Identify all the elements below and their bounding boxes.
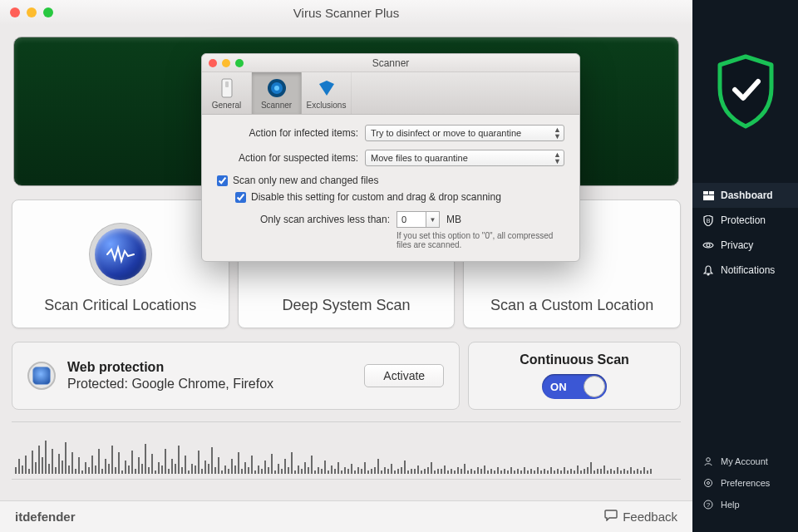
wave-bar [204, 461, 206, 474]
wave-bar [161, 466, 163, 474]
wave-bar [377, 459, 379, 474]
wave-bar [291, 452, 293, 474]
feedback-label: Feedback [623, 510, 677, 524]
svg-point-4 [274, 86, 279, 91]
tab-exclusions[interactable]: Exclusions [302, 72, 352, 114]
wave-bar [341, 470, 342, 474]
wave-bar [454, 470, 456, 474]
wave-bar [151, 454, 153, 474]
tab-general[interactable]: General [202, 72, 252, 114]
wave-bar [158, 462, 160, 474]
brand-text: itdefender [15, 510, 76, 524]
toggle-state-label: ON [550, 381, 567, 393]
wave-bar [477, 467, 479, 474]
wave-bar [65, 442, 66, 474]
wave-bar [115, 467, 116, 474]
wave-bar [607, 470, 608, 474]
sidebar-item-preferences[interactable]: Preferences [692, 472, 798, 494]
wave-bar [171, 459, 173, 474]
protection-icon: B [702, 215, 714, 226]
wave-bar [218, 457, 219, 474]
svg-point-11 [705, 480, 712, 487]
sidebar-item-dashboard[interactable]: Dashboard [692, 183, 798, 208]
wave-bar [441, 469, 442, 474]
wave-bar [577, 466, 579, 474]
scan-critical-button[interactable]: Scan Critical Locations [12, 200, 229, 328]
wave-bar [198, 451, 200, 474]
select-arrows-icon: ▲▼ [554, 151, 561, 165]
wave-bar [504, 469, 505, 474]
wave-bar [464, 464, 466, 474]
wave-bar [91, 456, 93, 474]
stepper-arrow-icon[interactable]: ▼ [426, 212, 439, 227]
wave-bar [28, 469, 30, 474]
wave-bar [244, 462, 246, 474]
archive-limit-value: 0 [401, 214, 406, 224]
wave-bar [633, 470, 635, 474]
wave-bar [78, 457, 80, 474]
wave-bar [88, 467, 90, 474]
infected-action-label: Action for infected items: [217, 127, 358, 139]
wave-bar [334, 469, 336, 474]
wave-bar [304, 462, 306, 474]
dialog-body: Action for infected items: Try to disinf… [202, 115, 579, 261]
disable-custom-checkbox[interactable]: Disable this setting for custom and drag… [235, 191, 564, 203]
wave-bar [344, 467, 346, 474]
wave-bar [234, 466, 236, 474]
wave-bar [510, 467, 512, 474]
wave-bar [524, 467, 525, 474]
tab-scanner[interactable]: Scanner [252, 72, 302, 114]
wave-bar [324, 461, 326, 474]
wave-bar [125, 461, 126, 474]
infected-action-select[interactable]: Try to disinfect or move to quarantine ▲… [365, 125, 564, 141]
scan-new-changed-checkbox[interactable]: Scan only new and changed files [217, 175, 564, 186]
sidebar-item-notifications[interactable]: Notifications [692, 258, 798, 283]
wave-bar [447, 470, 449, 474]
continuous-scan-toggle[interactable]: ON [542, 374, 607, 399]
wave-bar [121, 470, 123, 474]
wave-bar [414, 469, 416, 474]
sidebar-item-privacy[interactable]: Privacy [692, 233, 798, 258]
wave-bar [630, 467, 632, 474]
continuous-scan-title: Continuous Scan [520, 352, 629, 367]
svg-rect-6 [709, 191, 714, 195]
wave-bar [517, 469, 519, 474]
scan-new-changed-input[interactable] [217, 175, 228, 186]
wave-bar [145, 444, 146, 474]
suspected-action-value: Move files to quarantine [371, 153, 468, 163]
sidebar-item-label: Privacy [721, 239, 753, 251]
activity-graph [12, 421, 681, 480]
wave-bar [431, 462, 432, 474]
wave-bar [354, 470, 356, 474]
web-protection-title: Web protection [67, 360, 364, 375]
wave-bar [367, 470, 369, 474]
suspected-action-select[interactable]: Move files to quarantine ▲▼ [365, 150, 564, 166]
sidebar-item-protection[interactable]: B Protection [692, 208, 798, 233]
sidebar-item-account[interactable]: My Account [692, 451, 798, 472]
wave-bar [55, 467, 57, 474]
archive-limit-input[interactable]: 0 ▼ [397, 211, 440, 228]
activate-button[interactable]: Activate [364, 364, 444, 387]
wave-bar [224, 466, 226, 474]
panel-row: Web protection Protected: Google Chrome,… [12, 342, 681, 410]
wave-bar [534, 470, 535, 474]
wave-bar [85, 462, 86, 474]
wave-bar [22, 466, 23, 474]
feedback-button[interactable]: Feedback [604, 510, 677, 524]
wave-bar [298, 466, 299, 474]
dashboard-icon [702, 191, 714, 200]
wave-bar [168, 469, 170, 474]
svg-rect-1 [225, 81, 229, 87]
wave-bar [75, 469, 76, 474]
wave-bar [68, 466, 70, 474]
sidebar-item-label: Preferences [721, 478, 770, 488]
wave-bar [62, 461, 63, 474]
bell-icon [702, 265, 714, 276]
disable-custom-input[interactable] [235, 192, 246, 203]
gear-icon [702, 478, 714, 488]
wave-bar [201, 469, 203, 474]
web-protection-subtitle: Protected: Google Chrome, Firefox [67, 377, 364, 392]
wave-bar [328, 470, 329, 474]
sidebar-item-help[interactable]: ? Help [692, 494, 798, 515]
wave-bar [337, 462, 339, 474]
